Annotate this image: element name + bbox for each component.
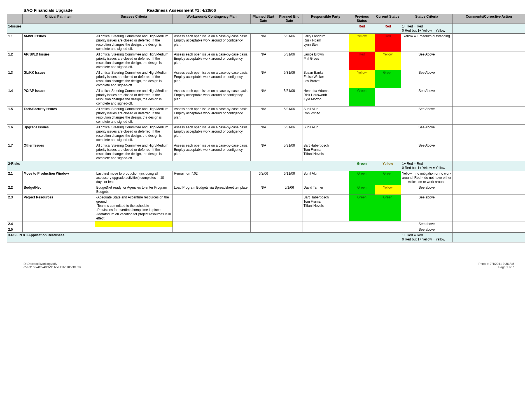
cell-comments [452,185,525,195]
cell-curr-status [375,227,401,233]
cell-num: 2.3 [7,195,23,221]
cell-status-criteria: See above [401,195,452,221]
cell-workaround: Assess each open issue on a case-by-case… [173,70,251,88]
table-row: 2.3Project Resources-Adequate State and … [7,195,525,221]
cell-success: All critical Steering Committee and High… [95,34,173,52]
cell-status-criteria: See Above [401,107,452,125]
cell-start: N/A [250,52,276,70]
cell-prev-status: Yellow [349,70,375,88]
cell-end [276,221,302,227]
cell-workaround: Load Program Budgets via Spreadsheet tem… [173,185,251,195]
table-row: 1.2AR/BI/LD IssuesAll critical Steering … [7,52,525,70]
cell-item [22,221,95,227]
cell-comments [452,52,525,70]
cell-workaround [173,227,251,233]
section-title: 2-Risks [7,161,349,171]
footer-file: a5caf1b0-4ffe-40cf-911c-a11bb10ceff1.xls [24,265,81,269]
footer-page: Page 1 of 7 [479,265,514,269]
cell-success: All critical Steering Committee and High… [95,143,173,161]
col-end: Planned End Date [276,14,302,24]
cell-status-criteria: See Above [401,52,452,70]
cell-end: 5/31/06 [276,52,302,70]
cell-start: N/A [250,143,276,161]
cell-num: 2.1 [7,171,23,185]
cell-responsible: David Tanner [302,185,349,195]
header-left: SAO Financials Upgrade [24,8,147,13]
section-row: 3-PS FIN 8.8 Application Readiness1+ Red… [7,233,525,242]
section-curr-status [375,233,401,242]
cell-responsible: Sunil Aluri [302,125,349,143]
cell-workaround: Assess each open issue on a case-by-case… [173,143,251,161]
cell-success: BudgetNet ready for Agencies to enter Pr… [95,185,173,195]
cell-curr-status: Green [375,70,401,88]
cell-workaround: Assess each open issue on a case-by-case… [173,52,251,70]
cell-num: 1.1 [7,34,23,52]
cell-start: N/A [250,125,276,143]
cell-comments [452,70,525,88]
footer-path: D:\Docstoc\Working\pdf\ [24,262,81,265]
section-row: 2-RisksGreenYellow1+ Red = Red 0 Red but… [7,161,525,171]
cell-workaround: Assess each open issue on a case-by-case… [173,34,251,52]
section-prev-status: Red [349,24,375,34]
cell-workaround [173,221,251,227]
cell-item: Project Resources [22,195,95,221]
cell-success: All critical Steering Committee and High… [95,107,173,125]
section-prev-status: Green [349,161,375,171]
cell-comments [452,125,525,143]
cell-end: 5/31/06 [276,34,302,52]
cell-end [276,195,302,221]
cell-prev-status: Green [349,171,375,185]
cell-comments [452,195,525,221]
cell-comments [452,34,525,52]
col-prev: Previous Status [349,14,375,24]
cell-start: N/A [250,88,276,107]
col-success: Success Criteria [95,14,173,24]
cell-status-criteria: See Above [401,125,452,143]
cell-curr-status [375,143,401,161]
cell-item: GL/KK Issues [22,70,95,88]
cell-item: Upgrade Issues [22,125,95,143]
cell-status-criteria: See above [401,185,452,195]
cell-status-criteria: Yellow = 1 medium outstanding [401,34,452,52]
section-status-criteria: 1+ Red = Red 0 Red but 1+ Yellow = Yello… [401,24,452,34]
col-status: Status Criteria [401,14,452,24]
cell-num: 1.4 [7,88,23,107]
cell-start: N/A [250,34,276,52]
col-num [7,14,23,24]
table-row: 2.4See above [7,221,525,227]
cell-comments [452,171,525,185]
section-curr-status: Red [375,24,401,34]
cell-success: All critical Steering Committee and High… [95,88,173,107]
cell-comments [452,107,525,125]
cell-item: Tech/Security Issues [22,107,95,125]
cell-item: Other Issues [22,143,95,161]
section-prev-status [349,233,375,242]
cell-responsible: Sunil Aluri Rob Prinzo [302,107,349,125]
col-comments: Comments/Corrective Action [452,14,525,24]
cell-status-criteria: Yellow = no mitigation or no work around… [401,171,452,185]
cell-start: N/A [250,107,276,125]
cell-item: AR/BI/LD Issues [22,52,95,70]
cell-workaround [173,195,251,221]
cell-comments [452,227,525,233]
cell-success: -Adequate State and Accenture resources … [95,195,173,221]
cell-num: 2.4 [7,221,23,227]
cell-workaround: Remain on 7.02 [173,171,251,185]
page-footer: D:\Docstoc\Working\pdf\ a5caf1b0-4ffe-40… [24,262,514,269]
section-status-criteria: 1+ Red = Red 0 Red but 1+ Yellow = Yello… [401,161,452,171]
cell-start: 6/2/06 [250,171,276,185]
col-start: Planned Start Date [250,14,276,24]
section-row: 1-IssuesRedRed1+ Red = Red 0 Red but 1+ … [7,24,525,34]
cell-curr-status: Green [375,171,401,185]
cell-num: 1.7 [7,143,23,161]
cell-num: 1.2 [7,52,23,70]
table-body: 1-IssuesRedRed1+ Red = Red 0 Red but 1+ … [7,24,525,242]
cell-success: All critical Steering Committee and High… [95,70,173,88]
section-comments [452,233,525,242]
cell-num: 2.2 [7,185,23,195]
cell-end: 5/31/06 [276,88,302,107]
cell-curr-status [375,88,401,107]
cell-end: 5/31/06 [276,125,302,143]
table-row: 1.4PO/AP IssuesAll critical Steering Com… [7,88,525,107]
cell-prev-status: Green [349,195,375,221]
